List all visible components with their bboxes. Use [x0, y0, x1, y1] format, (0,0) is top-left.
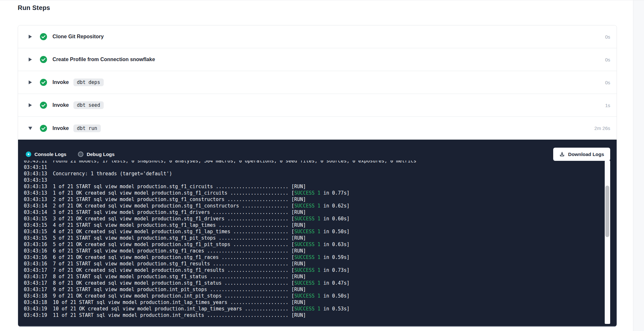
radio-selected-icon[interactable]	[26, 152, 31, 157]
run-steps-card: Clone Git Repository 0s Create Profile f…	[18, 25, 617, 327]
step-duration: 1s	[605, 103, 610, 108]
step-duration: 0s	[605, 57, 610, 62]
check-circle-icon	[40, 125, 47, 132]
debug-logs-label: Debug Logs	[87, 152, 115, 157]
step-label: Create Profile from Connection snowflake	[52, 57, 155, 62]
log-line: 03:43:16 7 of 21 START sql view model pr…	[24, 261, 599, 267]
check-circle-icon	[40, 56, 47, 63]
step-command-badge: dbt seed	[73, 101, 104, 109]
right-panel-edge	[633, 0, 644, 331]
log-line: 03:43:18 9 of 21 OK created sql view mod…	[24, 293, 599, 299]
step-label: Invoke	[52, 79, 69, 85]
expand-caret-icon[interactable]	[28, 35, 32, 39]
log-line: 03:43:17 8 of 21 OK created sql view mod…	[24, 280, 599, 286]
check-circle-icon	[40, 79, 47, 86]
step-row[interactable]: Create Profile from Connection snowflake…	[18, 48, 617, 71]
step-duration: 0s	[605, 80, 610, 85]
log-line: 03:43:13 2 of 21 START sql view model pr…	[24, 196, 599, 203]
expand-caret-icon[interactable]	[28, 80, 32, 84]
step-list: Clone Git Repository 0s Create Profile f…	[18, 25, 617, 140]
page-title: Run Steps	[18, 4, 50, 12]
log-line: 03:43:18 10 of 21 START sql view model p…	[24, 299, 599, 306]
log-line: 03:43:19 10 of 21 OK created sql view mo…	[24, 306, 599, 312]
log-scrollbar-thumb[interactable]	[605, 186, 609, 237]
console-log-output[interactable]: 03:43:11 Found 21 models, 17 tests, 0 sn…	[24, 161, 599, 322]
check-circle-icon	[40, 33, 47, 40]
radio-unselected-icon[interactable]	[78, 152, 83, 157]
download-logs-label: Download Logs	[568, 152, 604, 157]
step-label: Invoke	[52, 125, 69, 131]
debug-logs-radio[interactable]: Debug Logs	[78, 152, 115, 157]
log-line: 03:43:13 1 of 21 START sql view model pr…	[24, 183, 599, 190]
log-line: 03:43:15 4 of 21 START sql view model pr…	[24, 222, 599, 228]
log-line: 03:43:13 Concurrency: 1 threads (target=…	[24, 170, 599, 177]
check-circle-icon	[40, 102, 47, 109]
expand-caret-icon[interactable]	[28, 103, 32, 107]
log-panel: Console Logs Debug Logs Download Logs 03…	[18, 140, 617, 326]
log-line: 03:43:14 2 of 21 OK created sql view mod…	[24, 203, 599, 209]
step-row[interactable]: Invoke dbt run 2m 26s	[18, 117, 617, 140]
console-logs-radio[interactable]: Console Logs	[26, 152, 66, 157]
log-lines: 03:43:11 Found 21 models, 17 tests, 0 sn…	[24, 161, 599, 318]
step-command-badge: dbt deps	[73, 78, 104, 86]
log-line: 03:43:17 7 of 21 OK created sql view mod…	[24, 267, 599, 273]
log-line: 03:43:17 9 of 21 START sql view model pr…	[24, 286, 599, 293]
log-line: 03:43:16 5 of 21 OK created sql view mod…	[24, 241, 599, 248]
log-toolbar: Console Logs Debug Logs Download Logs	[18, 140, 617, 161]
step-row[interactable]: Clone Git Repository 0s	[18, 25, 617, 48]
step-row[interactable]: Invoke dbt seed 1s	[18, 94, 617, 117]
log-line: 03:43:11 Found 21 models, 17 tests, 0 sn…	[24, 161, 599, 164]
log-line: 03:43:15 3 of 21 OK created sql view mod…	[24, 216, 599, 222]
step-label: Invoke	[52, 102, 69, 108]
step-duration: 2m 26s	[594, 125, 610, 131]
step-duration: 0s	[605, 34, 610, 40]
log-line: 03:43:19 11 of 21 START sql view model p…	[24, 312, 599, 318]
log-line: 03:43:16 6 of 21 START sql view model pr…	[24, 248, 599, 254]
log-line: 03:43:15 5 of 21 START sql view model pr…	[24, 235, 599, 241]
log-line: 03:43:11	[24, 164, 599, 170]
console-logs-label: Console Logs	[34, 152, 66, 157]
log-line: 03:43:15 4 of 21 OK created sql view mod…	[24, 228, 599, 235]
expand-caret-icon[interactable]	[28, 127, 32, 130]
expand-caret-icon[interactable]	[28, 58, 32, 61]
download-logs-button[interactable]: Download Logs	[553, 148, 610, 161]
download-icon	[559, 152, 565, 157]
step-row[interactable]: Invoke dbt deps 0s	[18, 71, 617, 94]
step-command-badge: dbt run	[73, 124, 101, 132]
log-line: 03:43:13 1 of 21 OK created sql view mod…	[24, 190, 599, 196]
log-line: 03:43:14 3 of 21 START sql view model pr…	[24, 209, 599, 216]
log-panel-bottom-bar	[18, 326, 616, 326]
log-line: 03:43:13	[24, 177, 599, 183]
log-line: 03:43:17 8 of 21 START sql view model pr…	[24, 273, 599, 280]
step-label: Clone Git Repository	[52, 34, 104, 40]
log-line: 03:43:16 6 of 21 OK created sql view mod…	[24, 254, 599, 261]
log-scrollbar-track[interactable]	[605, 161, 610, 324]
